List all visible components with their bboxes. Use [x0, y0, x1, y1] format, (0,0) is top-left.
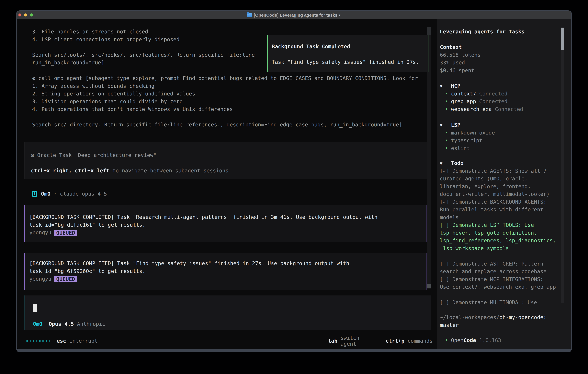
message-meta: yeongyuQUEUED	[29, 275, 426, 283]
status-dot-icon: •	[445, 144, 451, 152]
lsp-item: •markdown-oxide	[440, 129, 559, 137]
todo-row: librarian, explore, frontend,	[440, 183, 559, 190]
lsp-section-header[interactable]: ▼LSP	[440, 121, 559, 129]
chevron-down-icon: ▼	[440, 159, 451, 167]
traffic-lights	[18, 13, 33, 17]
esc-key-hint: esc	[57, 338, 66, 344]
tool-call-block: ⚙ call_omo_agent [subagent_type=explore,…	[32, 74, 418, 129]
oracle-task-box: ◉ Oracle Task "Deep architecture review"…	[24, 142, 427, 179]
blank-line	[440, 291, 559, 299]
context-used: 33% used	[440, 59, 559, 67]
todo-row: [ ] Demonstrate AST-GREP: Pattern	[440, 260, 559, 268]
minimize-button[interactable]	[24, 13, 27, 17]
agent-name: OmO	[41, 191, 51, 197]
mcp-section-header[interactable]: ▼MCP	[440, 82, 559, 90]
todo-row: curated agents (OmO, oracle,	[440, 175, 559, 183]
toast-body: Task "Find type safety issues" finished …	[272, 58, 429, 66]
agent-icon	[32, 191, 37, 197]
todo-row: [✓] Demonstrate BACKGROUND AGENTS:	[440, 198, 559, 206]
sidebar-scrollbar[interactable]	[561, 27, 564, 303]
message-line: task_id="bg_dcfac161" to get results.	[29, 221, 426, 229]
scrollback-line: Search src/tools/, src/hooks/, src/featu…	[32, 51, 255, 59]
separator-dot: ·	[51, 191, 60, 197]
oracle-hint: ctrl+x right, ctrl+x left to navigate be…	[31, 167, 427, 175]
folder-icon	[247, 13, 252, 17]
blank-line	[440, 252, 559, 260]
prompt-input[interactable]: OmO Opus 4.5 Anthropic	[24, 295, 431, 330]
todo-row-active: lsp_workspace_symbols	[440, 244, 559, 252]
mcp-item: •context7 Connected	[440, 90, 559, 98]
status-badge: QUEUED	[54, 230, 77, 236]
version-row: •OpenCode 1.0.163	[440, 336, 559, 344]
todo-section-header[interactable]: ▼Todo	[440, 159, 559, 167]
todo-row: Use context7, websearch_exa, grep_app	[440, 283, 559, 291]
maximize-button[interactable]	[30, 13, 33, 17]
statusbar-right: tab switch agent ctrl+p commands	[328, 337, 433, 345]
agent-model: claude-opus-4-5	[60, 191, 107, 197]
context-heading: Context	[440, 43, 559, 51]
tool-call-line: 1. Array access without bounds checking	[32, 82, 418, 90]
scrollback-line: 4. LSP client connections not properly d…	[32, 36, 255, 43]
status-dot-icon: •	[445, 90, 451, 98]
workspace-path: ~/local-workspaces/oh-my-opencode:	[440, 313, 559, 321]
lsp-section: ▼LSP •markdown-oxide •typescript •eslint	[440, 121, 559, 152]
status-dot-icon: •	[445, 336, 451, 344]
todo-row: search and replace across codebase	[440, 268, 559, 275]
todo-row: Run parallel tasks with different	[440, 206, 559, 213]
message-block: [BACKGROUND TASK COMPLETED] Task "Resear…	[24, 205, 427, 242]
tab-key-label: switch agent	[340, 335, 377, 347]
author-label: yeongyu	[29, 276, 51, 282]
todo-row-active: lsp_find_references, lsp_diagnostics,	[440, 237, 559, 244]
background-task-toast: Background Task Completed Task "Find typ…	[267, 35, 429, 72]
message-meta: yeongyuQUEUED	[29, 229, 426, 237]
todo-row: [✓] Demonstrate AGENTS: Show all 7	[440, 167, 559, 175]
chevron-down-icon: ▼	[440, 121, 451, 129]
version-section: •OpenCode 1.0.163	[440, 336, 559, 344]
spinner-dots-icon	[26, 340, 50, 342]
ctrlp-key-hint: ctrl+p	[386, 338, 404, 344]
status-dot-icon: •	[445, 129, 451, 137]
screen: [OpenCode] Leveraging agents for tasks ◐…	[0, 0, 588, 374]
todo-row-active: [ ] Demonstrate LSP TOOLS: Use	[440, 221, 559, 229]
mcp-item: •websearch_exa Connected	[440, 105, 559, 113]
message-line: [BACKGROUND TASK COMPLETED] Task "Find t…	[29, 260, 426, 267]
agent-header-row: OmO · claude-opus-4-5	[32, 190, 107, 198]
todo-row: [ ] Demonstrate MULTIMODAL: Use	[440, 299, 559, 306]
workspace-section: ~/local-workspaces/oh-my-opencode: maste…	[440, 313, 559, 329]
hint-keys: ctrl+x right, ctrl+x left	[31, 168, 109, 174]
todo-row: models	[440, 213, 559, 221]
input-model: Opus 4.5	[49, 321, 74, 327]
mcp-item: •grep_app Connected	[440, 97, 559, 105]
chevron-down-icon: ▼	[440, 82, 451, 90]
todo-row-active: lsp_hover, lsp_goto_definition,	[440, 229, 559, 237]
tool-call-line: 4. Path operations that don't handle Win…	[32, 105, 418, 113]
terminal-scrollback: 3. File handles or streams not closed 4.…	[32, 28, 255, 67]
message-line: task_id="bg_6f59260c" to get results.	[29, 267, 426, 275]
blank-line	[272, 51, 429, 58]
scrollback-line: 3. File handles or streams not closed	[32, 28, 255, 36]
todo-row: [ ] Demonstrate MCP INTEGRATIONS:	[440, 275, 559, 283]
sidebar-scrollbar-thumb[interactable]	[561, 28, 564, 50]
tool-call-line: ⚙ call_omo_agent [subagent_type=explore,…	[32, 74, 418, 82]
oracle-task-title: ◉ Oracle Task "Deep architecture review"	[31, 151, 427, 159]
status-dot-icon: •	[445, 97, 451, 105]
close-button[interactable]	[18, 13, 21, 17]
main-scrollbar-thumb[interactable]	[427, 284, 431, 288]
statusbar-left: esc interrupt	[26, 337, 97, 345]
context-spent: $0.46 spent	[440, 67, 559, 74]
workspace-branch: master	[440, 321, 559, 329]
window-title: [OpenCode] Leveraging agents for tasks ◐	[254, 13, 341, 18]
blank-line	[32, 113, 418, 121]
message-line: [BACKGROUND TASK COMPLETED] Task "Resear…	[29, 213, 426, 221]
scrollback-line: run_in_background=true]	[32, 59, 255, 67]
status-dot-icon: •	[445, 105, 451, 113]
input-provider: Anthropic	[77, 321, 105, 327]
lsp-item: •eslint	[440, 144, 559, 152]
tool-call-line: 3. Division operations that could divide…	[32, 98, 418, 105]
mcp-section: ▼MCP •context7 Connected •grep_app Conne…	[440, 82, 559, 113]
text-cursor	[33, 304, 37, 312]
status-dot-icon: •	[445, 136, 451, 144]
tool-call-line: Search src/ directory. Return specific f…	[32, 121, 418, 129]
ctrlp-key-label: commands	[408, 338, 433, 344]
context-section: Context 66,518 tokens 33% used $0.46 spe…	[440, 43, 559, 74]
